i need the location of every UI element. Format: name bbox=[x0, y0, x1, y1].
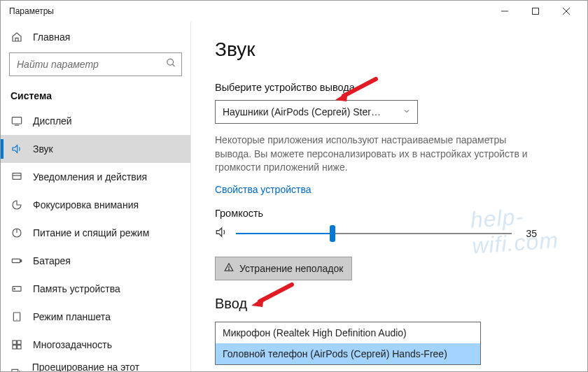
svg-point-4 bbox=[167, 59, 174, 65]
svg-rect-6 bbox=[12, 117, 21, 124]
sidebar-item-label: Режим планшета bbox=[33, 311, 111, 322]
troubleshoot-button[interactable]: Устранение неполадок bbox=[215, 257, 352, 280]
sidebar-item-storage[interactable]: Память устройства bbox=[1, 275, 190, 303]
body: Главная Система Дисплей bbox=[1, 22, 587, 371]
chevron-down-icon bbox=[402, 106, 411, 117]
home-icon bbox=[10, 31, 23, 43]
sidebar-item-label: Дисплей bbox=[33, 115, 72, 127]
input-title: Ввод bbox=[215, 296, 564, 312]
sidebar-item-focus[interactable]: Фокусировка внимания bbox=[1, 191, 190, 219]
sidebar-item-notifications[interactable]: Уведомления и действия bbox=[1, 163, 190, 191]
display-icon bbox=[10, 115, 23, 127]
notifications-icon bbox=[10, 171, 23, 183]
svg-rect-1 bbox=[533, 8, 539, 15]
titlebar: Параметры bbox=[1, 1, 587, 22]
sidebar-item-projecting[interactable]: Проецирование на этот компьютер bbox=[1, 359, 190, 371]
svg-rect-19 bbox=[13, 341, 16, 344]
sound-icon bbox=[10, 143, 23, 155]
volume-slider-row: 35 bbox=[215, 226, 537, 241]
output-device-dropdown[interactable]: Наушники (AirPods (Сергей) Ster… bbox=[215, 100, 418, 124]
svg-point-26 bbox=[229, 269, 230, 270]
sidebar-item-label: Память устройства bbox=[33, 283, 120, 294]
multitask-icon bbox=[10, 339, 23, 350]
maximize-button[interactable] bbox=[520, 1, 551, 22]
minimize-button[interactable] bbox=[489, 1, 520, 22]
sidebar: Главная Система Дисплей bbox=[1, 22, 191, 371]
volume-label: Громкость bbox=[215, 208, 564, 219]
projecting-icon bbox=[10, 367, 22, 371]
output-description: Некоторые приложения используют настраив… bbox=[215, 134, 537, 175]
svg-marker-8 bbox=[13, 145, 18, 153]
sidebar-item-battery[interactable]: Батарея bbox=[1, 247, 190, 275]
sidebar-item-label: Уведомления и действия bbox=[33, 171, 147, 183]
input-device-listbox[interactable]: Микрофон (Realtek High Definition Audio)… bbox=[215, 322, 481, 365]
speaker-icon bbox=[215, 226, 227, 241]
home-label: Главная bbox=[33, 31, 70, 43]
search-icon bbox=[166, 58, 176, 71]
content: help-wifi.com Звук Выберите устройство в… bbox=[191, 22, 587, 371]
search-wrap bbox=[1, 48, 190, 82]
sidebar-item-label: Звук bbox=[33, 143, 53, 155]
svg-rect-14 bbox=[20, 260, 21, 262]
sidebar-item-sound[interactable]: Звук bbox=[1, 135, 190, 163]
slider-fill bbox=[236, 233, 332, 234]
sidebar-item-multitask[interactable]: Многозадачность bbox=[1, 331, 190, 359]
volume-value: 35 bbox=[520, 228, 537, 239]
svg-marker-24 bbox=[216, 228, 222, 236]
sidebar-item-label: Многозадачность bbox=[33, 339, 112, 350]
search-input[interactable] bbox=[9, 52, 182, 76]
svg-line-5 bbox=[172, 64, 174, 66]
page-title: Звук bbox=[215, 38, 564, 61]
input-option-selected[interactable]: Головной телефон (AirPods (Сергей) Hands… bbox=[216, 343, 480, 364]
sidebar-item-label: Батарея bbox=[33, 255, 71, 266]
window-title: Параметры bbox=[6, 6, 489, 16]
svg-rect-21 bbox=[13, 345, 16, 349]
settings-window: Параметры Главная bbox=[0, 0, 588, 372]
troubleshoot-label: Устранение неполадок bbox=[239, 263, 343, 274]
output-device-label: Выберите устройство вывода bbox=[215, 82, 564, 93]
section-title: Система bbox=[1, 82, 190, 107]
device-properties-link[interactable]: Свойства устройства bbox=[215, 184, 312, 195]
svg-rect-22 bbox=[18, 345, 21, 349]
svg-rect-20 bbox=[18, 341, 21, 344]
slider-thumb[interactable] bbox=[330, 225, 335, 242]
sidebar-item-tablet[interactable]: Режим планшета bbox=[1, 303, 190, 331]
close-button[interactable] bbox=[551, 1, 582, 22]
svg-rect-13 bbox=[12, 259, 20, 262]
sidebar-item-label: Фокусировка внимания bbox=[33, 199, 139, 210]
svg-point-16 bbox=[14, 288, 15, 289]
nav: Дисплей Звук Уведомления и действия bbox=[1, 107, 190, 371]
focus-icon bbox=[10, 199, 23, 210]
input-option[interactable]: Микрофон (Realtek High Definition Audio) bbox=[216, 322, 480, 343]
sidebar-item-label: Питание и спящий режим bbox=[33, 227, 149, 238]
battery-icon bbox=[10, 255, 23, 266]
power-icon bbox=[10, 227, 23, 238]
sidebar-item-power[interactable]: Питание и спящий режим bbox=[1, 219, 190, 247]
sidebar-item-display[interactable]: Дисплей bbox=[1, 107, 190, 135]
warning-icon bbox=[224, 262, 234, 274]
tablet-icon bbox=[10, 311, 23, 322]
home-button[interactable]: Главная bbox=[1, 26, 190, 48]
volume-slider[interactable] bbox=[236, 233, 512, 234]
svg-rect-9 bbox=[13, 173, 21, 180]
storage-icon bbox=[10, 283, 23, 294]
dropdown-value: Наушники (AirPods (Сергей) Ster… bbox=[223, 106, 381, 117]
sidebar-item-label: Проецирование на этот компьютер bbox=[32, 362, 181, 371]
svg-rect-23 bbox=[12, 369, 18, 371]
